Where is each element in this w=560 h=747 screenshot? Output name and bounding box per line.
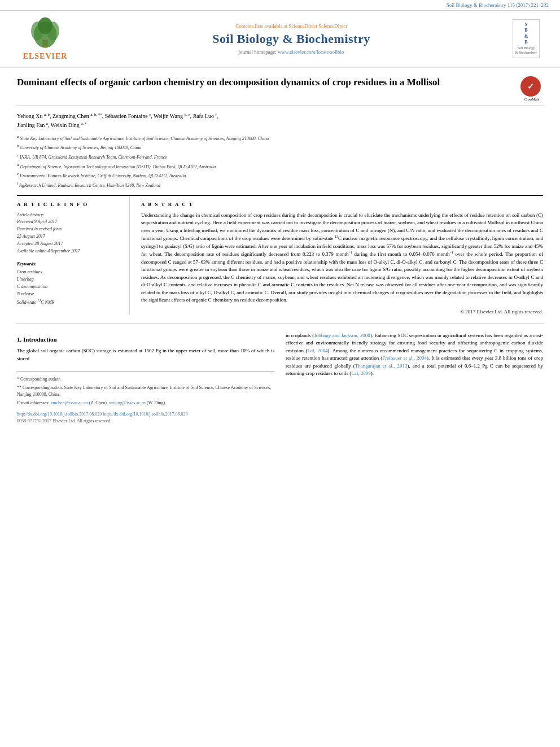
journal-homepage: journal homepage: www.elsevier.com/locat… bbox=[79, 49, 504, 55]
copyright-line: © 2017 Elsevier Ltd. All rights reserved… bbox=[141, 309, 543, 314]
affiliations-section: a State Key Laboratory of Soil and Susta… bbox=[17, 134, 543, 189]
and-text: and bbox=[237, 290, 244, 295]
sciencedirect-notice: Contents lists available at ScienceDirec… bbox=[79, 23, 504, 29]
sciencedirect-link-text[interactable]: ScienceDirect bbox=[318, 23, 347, 29]
crossmark-label: CrossMark bbox=[520, 98, 543, 101]
lal-2004-ref[interactable]: Lal, 2004 bbox=[308, 348, 328, 353]
keyword-n-release: N release bbox=[17, 291, 121, 298]
article-history: Article history: Received 9 April 2017 R… bbox=[17, 212, 121, 255]
keyword-crop-residues: Crop residues bbox=[17, 269, 121, 276]
journal-homepage-link[interactable]: www.elsevier.com/locate/soilbio bbox=[278, 49, 344, 55]
footnote-area: * Corresponding author. ** Corresponding… bbox=[17, 371, 274, 425]
doi-link[interactable]: http://dx.doi.org/10.1016/j.soilbio.2017… bbox=[17, 412, 102, 417]
revised-label: Received in revised form bbox=[17, 226, 121, 233]
body-right-col: in croplands (Jobbágy and Jackson, 2000)… bbox=[286, 332, 543, 425]
crossmark-logo[interactable]: ✓ CrossMark bbox=[520, 76, 543, 101]
and-text-2: and bbox=[413, 363, 420, 369]
tons-text: tons bbox=[518, 355, 527, 361]
section-divider bbox=[17, 323, 543, 324]
main-content: Dominant effects of organic carbon chemi… bbox=[0, 68, 560, 433]
email-zmchen[interactable]: zmchen@issas.ac.cn bbox=[51, 400, 88, 405]
authors-line: Yehong Xu a, b, Zengming Chen a, b, **, … bbox=[17, 112, 543, 130]
month-text: month bbox=[388, 251, 401, 257]
article-title: Dominant effects of organic carbon chemi… bbox=[17, 76, 515, 89]
footnote-1: * Corresponding author. bbox=[17, 376, 274, 383]
intro-section-title: 1. Introduction bbox=[17, 335, 274, 344]
jobbágy-ref[interactable]: Jobbágy and Jackson, 2000 bbox=[314, 333, 370, 338]
keyword-c-decomp: C decomposition bbox=[17, 283, 121, 291]
available-date: Available online 4 September 2017 bbox=[17, 248, 121, 255]
issn-line: 0038-0717/© 2017 Elsevier Ltd. All right… bbox=[17, 418, 274, 425]
elsevier-tree-icon bbox=[25, 16, 65, 50]
abstract-col: A B S T R A C T Understanding the change… bbox=[141, 196, 543, 314]
email-wxding[interactable]: wxding@issas.ac.cn bbox=[109, 400, 146, 405]
journal-header: ELSEVIER Contents lists available at Sci… bbox=[0, 11, 560, 68]
article-title-section: Dominant effects of organic carbon chemi… bbox=[17, 76, 543, 106]
affiliation-d: d Department of Science, Information Tec… bbox=[17, 162, 543, 171]
elsevier-logo-area: ELSEVIER bbox=[11, 16, 79, 61]
email-footnote: E-mail addresses: zmchen@issas.ac.cn (Z.… bbox=[17, 400, 274, 407]
doi-text: http://dx.doi.org/10.1016/j.soilbio.2017… bbox=[103, 412, 187, 417]
journal-reference-bar: Soil Biology & Biochemistry 115 (2017) 2… bbox=[0, 0, 560, 11]
article-info-col: A R T I C L E I N F O Article history: R… bbox=[17, 196, 130, 314]
doi-line[interactable]: http://dx.doi.org/10.1016/j.soilbio.2017… bbox=[17, 411, 274, 418]
abstract-heading: A B S T R A C T bbox=[141, 202, 543, 207]
affiliation-f: f AgResearch Limited, Ruakura Research C… bbox=[17, 181, 543, 189]
abstract-text: Understanding the change in chemical com… bbox=[141, 212, 543, 304]
elsevier-logo: ELSEVIER bbox=[23, 16, 68, 61]
article-info-abstract-section: A R T I C L E I N F O Article history: R… bbox=[17, 195, 543, 314]
journal-logo-box-area: SB&B Soil Biology& Biochemistry bbox=[504, 19, 549, 58]
journal-ref-text: Soil Biology & Biochemistry 115 (2017) 2… bbox=[447, 2, 549, 8]
body-section: 1. Introduction The global soil organic … bbox=[17, 332, 543, 425]
affiliation-a: a State Key Laboratory of Soil and Susta… bbox=[17, 134, 543, 142]
freibauer-ref[interactable]: Freibauer et al., 2004 bbox=[382, 355, 427, 361]
crossmark-icon: ✓ bbox=[520, 76, 541, 97]
affiliation-b: b University of Chinese Academy of Scien… bbox=[17, 143, 543, 151]
history-label: Article history: bbox=[17, 212, 121, 219]
journal-logo-box: SB&B Soil Biology& Biochemistry bbox=[513, 19, 540, 58]
journal-title-area: Contents lists available at ScienceDirec… bbox=[79, 23, 504, 55]
affiliation-c: c INRA, UR 874, Grassland Ecosystem Rese… bbox=[17, 152, 543, 161]
intro-para-1: The global soil organic carbon (SOC) sto… bbox=[17, 347, 274, 362]
keywords-label: Keywords: bbox=[17, 261, 121, 267]
elsevier-wordmark: ELSEVIER bbox=[23, 52, 68, 61]
thangarajan-ref[interactable]: Thangarajan et al., 2013 bbox=[355, 363, 408, 369]
keyword-litterbag: Litterbag bbox=[17, 276, 121, 283]
received-date: Received 9 April 2017 bbox=[17, 219, 121, 226]
right-col-para-1: in croplands (Jobbágy and Jackson, 2000)… bbox=[286, 332, 543, 378]
keyword-nmr: Solid-state 13C NMR bbox=[17, 298, 121, 306]
lal-2009-ref[interactable]: Lal, 2009 bbox=[351, 370, 371, 376]
journal-title: Soil Biology & Biochemistry bbox=[79, 32, 504, 46]
svg-point-4 bbox=[38, 18, 53, 34]
body-left-col: 1. Introduction The global soil organic … bbox=[17, 332, 274, 425]
affiliation-e: e Environmental Futures Research Institu… bbox=[17, 171, 543, 180]
revised-date: 25 August 2017 bbox=[17, 233, 121, 241]
footnote-2: ** Corresponding author. State Key Labor… bbox=[17, 385, 274, 398]
accepted-date: Accepted 28 August 2017 bbox=[17, 241, 121, 248]
article-info-heading: A R T I C L E I N F O bbox=[17, 202, 121, 207]
